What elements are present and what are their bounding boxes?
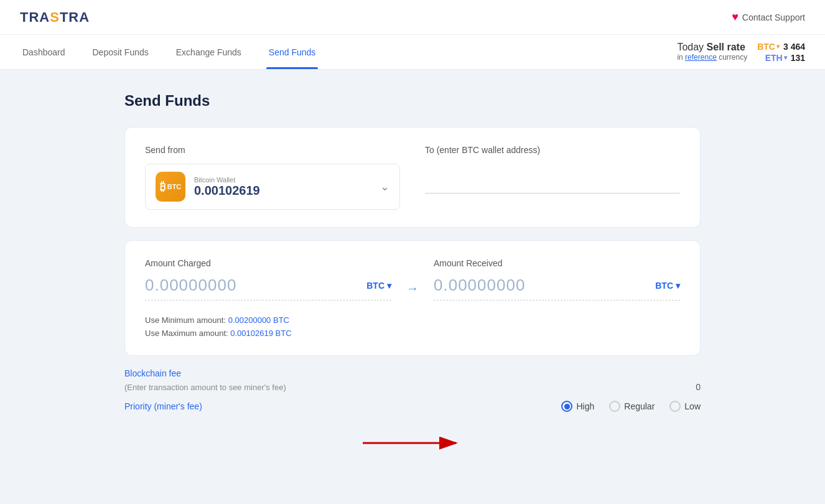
limits-section: Use Minimum amount: 0.00200000 BTC Use M… bbox=[145, 315, 680, 338]
amount-received-value: 0.00000000 bbox=[434, 276, 525, 295]
amount-card: Amount Charged 0.00000000 BTC ▾ → Amount… bbox=[124, 240, 701, 356]
wallet-selector[interactable]: ₿ BTC Bitcoin Wallet 0.00102619 ⌄ bbox=[145, 164, 400, 210]
nav-item-exchange[interactable]: Exchange Funds bbox=[174, 35, 244, 69]
eth-currency-selector[interactable]: ETH ▾ bbox=[765, 53, 787, 63]
priority-regular[interactable]: Regular bbox=[609, 401, 655, 412]
btc-rate-row: BTC ▾ 3 464 bbox=[757, 42, 805, 52]
red-arrow-svg bbox=[357, 424, 468, 455]
header-right: ♥ Contact Support bbox=[732, 11, 805, 24]
btc-currency-selector[interactable]: BTC ▾ bbox=[757, 42, 780, 52]
wallet-name: Bitcoin Wallet bbox=[194, 176, 260, 184]
amount-charged-currency[interactable]: BTC ▾ bbox=[366, 281, 391, 291]
btc-rate-value: 3 464 bbox=[783, 42, 805, 52]
amount-received-currency[interactable]: BTC ▾ bbox=[655, 281, 680, 291]
arrow-illustration bbox=[124, 424, 701, 455]
eth-rate-value: 131 bbox=[791, 53, 805, 63]
send-from-label: Send from bbox=[145, 145, 400, 155]
amount-charged-col: Amount Charged 0.00000000 BTC ▾ bbox=[145, 258, 391, 301]
priority-low-radio[interactable] bbox=[669, 401, 681, 412]
max-limit-row: Use Maximum amount: 0.00102619 BTC bbox=[145, 329, 680, 338]
amount-charged-label: Amount Charged bbox=[145, 258, 391, 268]
page-title: Send Funds bbox=[124, 92, 701, 110]
logo: TRASTRA bbox=[20, 9, 90, 26]
fee-value: 0 bbox=[696, 382, 701, 392]
priority-high-radio[interactable] bbox=[561, 401, 572, 412]
nav-item-deposit[interactable]: Deposit Funds bbox=[90, 35, 151, 69]
amount-charged-input: 0.00000000 BTC ▾ bbox=[145, 276, 391, 301]
wallet-info: Bitcoin Wallet 0.00102619 bbox=[194, 176, 260, 198]
amount-received-input: 0.00000000 BTC ▾ bbox=[434, 276, 680, 301]
amount-charged-value: 0.00000000 bbox=[145, 276, 236, 295]
send-to-col: To (enter BTC wallet address) bbox=[425, 145, 680, 194]
transfer-arrow-icon: → bbox=[406, 281, 419, 296]
address-input[interactable] bbox=[425, 172, 680, 194]
eth-chevron-icon: ▾ bbox=[784, 54, 787, 61]
rate-bold: Sell rate bbox=[707, 42, 745, 52]
wallet-inner: ₿ BTC Bitcoin Wallet 0.00102619 bbox=[156, 172, 260, 202]
rate-currency-block: BTC ▾ 3 464 ETH ▾ 131 bbox=[757, 42, 805, 63]
rate-sub: in reference currency bbox=[677, 53, 747, 62]
header: TRASTRA ♥ Contact Support bbox=[0, 0, 825, 35]
send-to-label: To (enter BTC wallet address) bbox=[425, 145, 680, 155]
priority-label: Priority (miner's fee) bbox=[124, 401, 202, 411]
contact-support-label: Contact Support bbox=[742, 12, 805, 22]
priority-options: High Regular Low bbox=[561, 401, 701, 412]
amount-received-col: Amount Received 0.00000000 BTC ▾ bbox=[434, 258, 680, 301]
min-limit-link[interactable]: 0.00200000 BTC bbox=[228, 315, 289, 325]
eth-rate-row: ETH ▾ 131 bbox=[765, 53, 805, 63]
priority-low[interactable]: Low bbox=[669, 401, 701, 412]
priority-regular-radio[interactable] bbox=[609, 401, 620, 412]
wallet-icon: ₿ BTC bbox=[156, 172, 185, 202]
send-row: Send from ₿ BTC Bitcoin Wallet 0.0010261… bbox=[145, 145, 680, 210]
logo-part2: TRA bbox=[60, 9, 90, 25]
rate-info-block: Today Sell rate in reference currency BT… bbox=[677, 42, 805, 63]
logo-s: S bbox=[50, 9, 60, 25]
nav-item-send[interactable]: Send Funds bbox=[266, 35, 319, 69]
rate-label: Today Sell rate bbox=[677, 42, 745, 53]
rate-prefix: Today bbox=[677, 42, 706, 52]
main-content: Send Funds Send from ₿ BTC Bitcoin Walle… bbox=[0, 70, 825, 504]
min-limit-row: Use Minimum amount: 0.00200000 BTC bbox=[145, 315, 680, 325]
fee-section: Blockchain fee (Enter transaction amount… bbox=[124, 368, 701, 455]
logo-part1: TRA bbox=[20, 9, 50, 25]
amount-charged-chevron: ▾ bbox=[387, 281, 391, 291]
fee-title: Blockchain fee bbox=[124, 368, 701, 378]
rate-reference-link[interactable]: reference bbox=[685, 53, 717, 62]
fee-hint: (Enter transaction amount to see miner's… bbox=[124, 382, 701, 392]
max-limit-link[interactable]: 0.00102619 BTC bbox=[230, 329, 291, 338]
nav-item-dashboard[interactable]: Dashboard bbox=[20, 35, 68, 69]
heart-icon: ♥ bbox=[732, 11, 739, 24]
amount-row: Amount Charged 0.00000000 BTC ▾ → Amount… bbox=[145, 258, 680, 301]
contact-support-button[interactable]: ♥ Contact Support bbox=[732, 11, 805, 24]
priority-high[interactable]: High bbox=[561, 401, 594, 412]
send-from-col: Send from ₿ BTC Bitcoin Wallet 0.0010261… bbox=[145, 145, 400, 210]
priority-row: Priority (miner's fee) High Regular Low bbox=[124, 401, 701, 412]
rate-text: Today Sell rate in reference currency bbox=[677, 42, 747, 62]
nav-links: Dashboard Deposit Funds Exchange Funds S… bbox=[20, 35, 318, 69]
send-from-to-card: Send from ₿ BTC Bitcoin Wallet 0.0010261… bbox=[124, 127, 701, 228]
wallet-dropdown-icon: ⌄ bbox=[380, 180, 389, 194]
wallet-balance: 0.00102619 bbox=[194, 184, 260, 198]
nav: Dashboard Deposit Funds Exchange Funds S… bbox=[0, 35, 825, 70]
amount-received-label: Amount Received bbox=[434, 258, 680, 268]
amount-received-chevron: ▾ bbox=[676, 281, 680, 291]
btc-chevron-icon: ▾ bbox=[776, 43, 780, 50]
